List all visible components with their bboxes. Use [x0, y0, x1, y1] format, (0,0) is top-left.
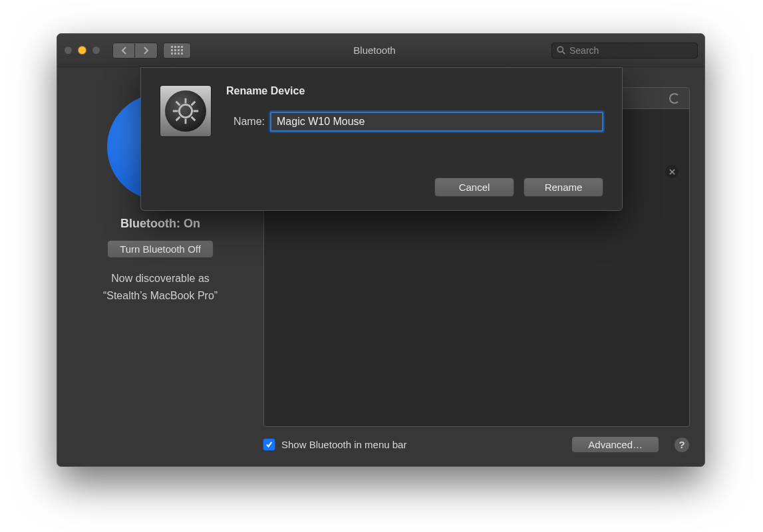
rename-button[interactable]: Rename	[524, 178, 603, 197]
spinner-icon	[669, 93, 680, 104]
svg-line-1	[563, 52, 565, 55]
toggle-bluetooth-button[interactable]: Turn Bluetooth Off	[107, 240, 214, 258]
zoom-window-button[interactable]	[92, 46, 100, 55]
chevron-right-icon	[143, 47, 149, 55]
cancel-button[interactable]: Cancel	[434, 178, 514, 197]
svg-point-2	[179, 104, 192, 117]
window-title: Bluetooth	[198, 45, 551, 56]
svg-point-0	[557, 47, 563, 52]
back-button[interactable]	[112, 43, 135, 59]
minimize-window-button[interactable]	[78, 46, 86, 55]
svg-line-7	[176, 102, 180, 106]
discoverable-line1: Now discoverable as	[103, 270, 218, 287]
name-label: Name:	[226, 116, 265, 128]
titlebar: Bluetooth	[57, 34, 704, 67]
checkmark-icon	[265, 441, 273, 448]
help-button[interactable]: ?	[674, 437, 690, 453]
bottom-bar: Show Bluetooth in menu bar Advanced… ?	[263, 427, 690, 453]
svg-line-9	[192, 102, 196, 106]
gear-icon	[170, 96, 201, 126]
rename-sheet: Rename Device Name: Cancel Rename	[140, 67, 623, 211]
show-in-menubar-checkbox[interactable]	[263, 439, 275, 450]
show-all-button[interactable]	[163, 43, 191, 59]
sheet-title: Rename Device	[226, 85, 603, 97]
close-icon	[669, 169, 675, 175]
device-name-input[interactable]	[270, 112, 603, 132]
chevron-left-icon	[121, 47, 127, 55]
bluetooth-status: Bluetooth: On	[120, 217, 200, 231]
traffic-lights	[64, 46, 100, 55]
discoverable-text: Now discoverable as “Stealth’s MacBook P…	[103, 270, 218, 304]
discoverable-line2: “Stealth’s MacBook Pro”	[103, 287, 218, 305]
search-icon	[557, 46, 565, 55]
search-input[interactable]	[569, 45, 692, 56]
nav-buttons	[112, 43, 158, 59]
remove-device-button[interactable]	[665, 165, 679, 178]
name-field-row: Name:	[226, 112, 603, 132]
show-in-menubar-label: Show Bluetooth in menu bar	[281, 439, 406, 450]
preferences-window: Bluetooth Bluetooth: On Turn Bluetooth O…	[57, 33, 705, 467]
preferences-icon	[160, 85, 212, 137]
forward-button[interactable]	[135, 43, 158, 59]
close-window-button[interactable]	[64, 46, 73, 55]
svg-line-8	[192, 117, 196, 121]
svg-line-10	[176, 117, 180, 121]
grid-icon	[171, 46, 183, 55]
search-field[interactable]	[551, 43, 698, 59]
advanced-button[interactable]: Advanced…	[571, 436, 659, 453]
